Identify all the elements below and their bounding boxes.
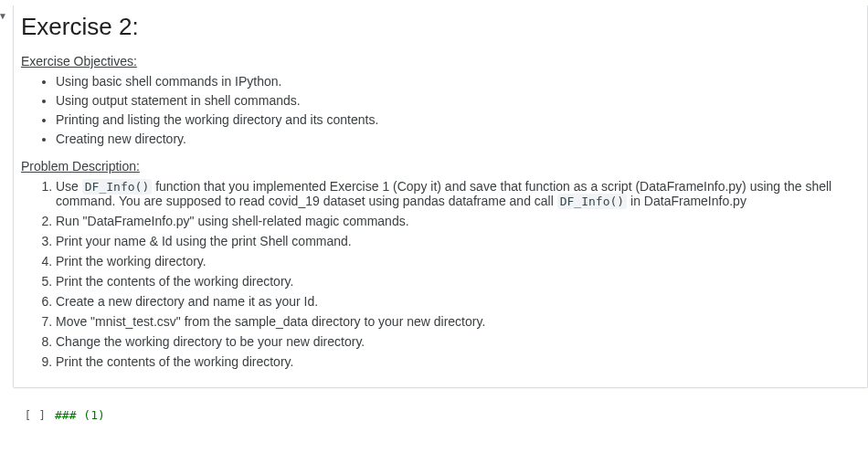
collapse-toggle-icon[interactable]: ▼ — [0, 11, 7, 21]
step-text: in DataFrameInfo.py — [627, 194, 746, 208]
list-item: Using output statement in shell commands… — [56, 93, 852, 108]
description-heading: Problem Description: — [21, 159, 852, 174]
list-item: Change the working directory to be your … — [56, 334, 852, 349]
list-item: Using basic shell commands in IPython. — [56, 74, 852, 89]
list-item: Print the working directory. — [56, 254, 852, 268]
exercise-title: Exercise 2: — [21, 13, 852, 41]
list-item: Use DF_Info() function that you implemen… — [56, 179, 852, 208]
list-item: Print the contents of the working direct… — [56, 274, 852, 289]
list-item: Creating new directory. — [56, 132, 852, 146]
execution-prompt[interactable]: [ ] — [13, 408, 55, 422]
list-item: Run "DataFrameInfo.py" using shell-relat… — [56, 214, 852, 228]
objectives-list: Using basic shell commands in IPython. U… — [21, 74, 852, 146]
list-item: Create a new directory and name it as yo… — [56, 294, 852, 309]
inline-code: DF_Info() — [82, 179, 152, 195]
code-cell[interactable]: [ ] ### (1) — [13, 405, 868, 431]
markdown-cell[interactable]: Exercise 2: Exercise Objectives: Using b… — [13, 5, 868, 388]
step-text: Use — [56, 179, 82, 194]
objectives-heading: Exercise Objectives: — [21, 54, 852, 68]
list-item: Print the contents of the working direct… — [56, 354, 852, 369]
list-item: Move "mnist_test.csv" from the sample_da… — [56, 314, 852, 329]
text-cell-container: ▼ Exercise 2: Exercise Objectives: Using… — [0, 0, 868, 431]
inline-code: DF_Info() — [557, 194, 627, 209]
code-input[interactable]: ### (1) — [55, 408, 105, 422]
list-item: Printing and listing the working directo… — [56, 112, 852, 127]
list-item: Print your name & Id using the print She… — [56, 234, 852, 248]
code-comment: ### (1) — [55, 408, 105, 422]
steps-list: Use DF_Info() function that you implemen… — [21, 179, 852, 369]
